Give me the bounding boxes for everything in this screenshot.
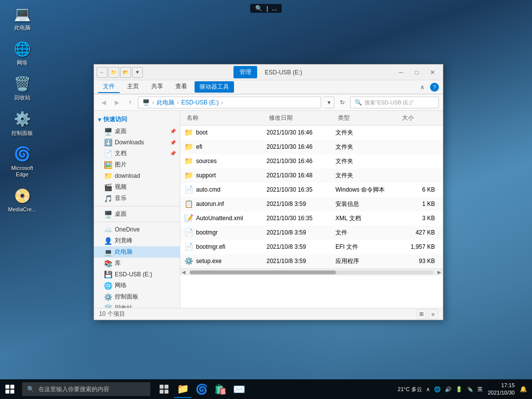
taskbar-task-view[interactable] (155, 380, 173, 398)
path-esd-usb[interactable]: ESD-USB (E:) (181, 99, 219, 106)
table-row[interactable]: 📄 auto.cmd 2021/10/30 16:35 Windows 命令脚本… (180, 183, 443, 197)
table-row[interactable]: 📁 sources 2021/10/30 16:46 文件夹 (180, 154, 443, 168)
minimize-button[interactable]: ─ (393, 65, 409, 80)
desktop-icon-network[interactable]: 🌐 网络 (7, 40, 37, 66)
table-row[interactable]: 📁 boot 2021/10/30 16:46 文件夹 (180, 126, 443, 140)
explorer-window: ← 📁 📂 ▼ 管理 ESD-USB (E:) ─ □ ✕ 文件 主页 共 (94, 64, 443, 320)
quick-access-chevron: ▾ (98, 116, 101, 123)
sidebar-item-this-pc[interactable]: 💻 此电脑 (94, 246, 180, 258)
address-dropdown-button[interactable]: ▾ (324, 97, 334, 108)
nav-forward-button[interactable]: ▶ (111, 97, 122, 108)
tab-view[interactable]: 查看 (170, 81, 192, 93)
scrollbar-track[interactable] (190, 270, 433, 274)
start-button[interactable] (0, 379, 20, 399)
sidebar-item-ctrl-panel[interactable]: ⚙️ 控制面板 (94, 291, 180, 302)
svg-rect-0 (160, 385, 164, 389)
ribbon-help-button[interactable]: ? (430, 83, 439, 92)
sound-tray-icon[interactable]: 🔊 (445, 386, 452, 393)
tab-share[interactable]: 共享 (146, 81, 168, 93)
scroll-right-arrow[interactable]: ▶ (436, 269, 443, 275)
maximize-button[interactable]: □ (409, 65, 425, 80)
network-tray-icon[interactable]: 🌐 (434, 386, 441, 393)
taskbar-edge[interactable]: 🌀 (193, 380, 210, 398)
file-type: Windows 命令脚本 (335, 186, 399, 194)
sidebar-item-desktop[interactable]: 🖥️ 桌面 📌 (94, 126, 180, 137)
desktop-icon-recycle[interactable]: 🗑️ 回收站 (7, 75, 37, 101)
sidebar-item-onedrive[interactable]: ☁️ OneDrive (94, 224, 180, 235)
sidebar-item-network[interactable]: 🌐 网络 (94, 280, 180, 291)
file-name-label: auto.cmd (196, 186, 220, 193)
table-row[interactable]: ⚙️ setup.exe 2021/10/8 3:59 应用程序 93 KB (180, 254, 443, 268)
table-row[interactable]: 📄 bootmgr.efi 2021/10/8 3:59 EFI 文件 1,95… (180, 240, 443, 254)
large-icon-view-button[interactable]: ⊞ (416, 309, 426, 319)
clock-time: 17:15 (488, 382, 515, 389)
desktop-icon-control-panel[interactable]: ⚙️ 控制面板 (7, 110, 37, 136)
file-icon: 📄 (184, 242, 193, 251)
sidebar-item-music[interactable]: 🎵 音乐 (94, 193, 180, 204)
nav-up-button[interactable]: ↑ (125, 97, 135, 108)
address-path[interactable]: 🖥️ › 此电脑 › ESD-USB (E:) › (138, 97, 321, 108)
sidebar-item-esd-usb[interactable]: 💾 ESD-USB (E:) (94, 269, 180, 280)
search-box[interactable]: 🔍 搜索"ESD-USB (E:)" (350, 97, 439, 108)
close-button[interactable]: ✕ (425, 65, 440, 80)
sidebar-item-desktop2[interactable]: 🖥️ 桌面 (94, 208, 180, 220)
tab-file[interactable]: 文件 (98, 81, 120, 93)
search-placeholder-text: 搜索"ESD-USB (E:)" (365, 99, 413, 106)
file-type: 文件 (335, 229, 399, 237)
sidebar-item-videos[interactable]: 🎬 视频 (94, 181, 180, 193)
scrollbar-thumb[interactable] (190, 270, 336, 274)
tab-driver-tools[interactable]: 驱动器工具 (195, 81, 234, 93)
search-icon: 🔍 (355, 99, 362, 106)
taskbar-mail[interactable]: ✉️ (230, 380, 248, 398)
notification-icon[interactable]: 🔔 (520, 386, 527, 393)
horizontal-scrollbar[interactable]: ◀ ▶ (180, 268, 443, 275)
table-row[interactable]: 📝 AutoUnattend.xml 2021/10/30 16:35 XML … (180, 211, 443, 226)
col-header-size[interactable]: 大小 (399, 113, 439, 123)
show-hidden-icon[interactable]: ∧ (426, 386, 430, 393)
address-refresh-button[interactable]: ↻ (337, 97, 348, 108)
taskbar-clock[interactable]: 17:15 2021/10/30 (488, 382, 515, 397)
table-row[interactable]: 📁 efi 2021/10/30 16:46 文件夹 (180, 140, 443, 154)
sidebar-item-download2[interactable]: 📁 download (94, 170, 180, 181)
desktop: 🔍 | ... 💻 此电脑 🌐 网络 🗑️ 回收站 ⚙️ 控制面板 🌀 Micr… (0, 0, 532, 399)
taskbar-explorer[interactable]: 📁 (174, 380, 192, 398)
path-computer-icon: 🖥️ (142, 99, 150, 106)
back-tb-button[interactable]: ← (97, 67, 107, 78)
sidebar-item-documents[interactable]: 📄 文档 📌 (94, 148, 180, 159)
path-this-pc[interactable]: 此电脑 (157, 99, 174, 107)
lang-tray-label[interactable]: 英 (477, 386, 483, 393)
col-header-name[interactable]: 名称 (184, 113, 266, 123)
nav-back-button[interactable]: ◀ (98, 97, 109, 108)
table-row[interactable]: 📄 bootmgr 2021/10/8 3:59 文件 427 KB (180, 226, 443, 240)
battery-tray-icon[interactable]: 🔋 (456, 386, 463, 393)
detail-view-button[interactable]: ≡ (428, 309, 438, 319)
folder-tb-icon: 📁 (108, 67, 119, 78)
new-folder-tb[interactable]: 📂 (120, 67, 131, 78)
tab-home[interactable]: 主页 (122, 81, 144, 93)
col-header-type[interactable]: 类型 (335, 113, 399, 123)
file-icon: 📄 (184, 185, 193, 194)
sidebar-onedrive-label: OneDrive (115, 226, 140, 233)
ribbon-collapse-button[interactable]: ∧ (417, 82, 428, 93)
store-taskbar-icon: 🛍️ (214, 383, 227, 395)
table-row[interactable]: 📋 autorun.inf 2021/10/8 3:59 安装信息 1 KB (180, 197, 443, 211)
table-row[interactable]: 📁 support 2021/10/30 16:48 文件夹 (180, 168, 443, 183)
desktop-icon-this-pc[interactable]: 💻 此电脑 (7, 5, 37, 31)
manage-tab[interactable]: 管理 (233, 66, 257, 78)
desktop-icon-edge[interactable]: 🌀 Microsoft Edge (7, 145, 37, 178)
pen-tray-icon[interactable]: ✒️ (466, 386, 473, 393)
sidebar-item-library[interactable]: 📚 库 (94, 258, 180, 269)
col-header-date[interactable]: 修改日期 (266, 113, 335, 123)
more-options-icon[interactable]: ... (272, 5, 277, 12)
props-tb[interactable]: ▼ (132, 67, 143, 78)
desktop-icon-mediacre[interactable]: 📀 MediaCre... (7, 187, 37, 213)
taskbar-store[interactable]: 🛍️ (211, 380, 229, 398)
sidebar-item-user[interactable]: 👤 刘竟峰 (94, 235, 180, 246)
scroll-left-arrow[interactable]: ◀ (180, 269, 187, 275)
sidebar-item-pictures[interactable]: 🖼️ 图片 (94, 159, 180, 170)
file-name-cell: 📄 bootmgr (184, 227, 266, 238)
taskbar-search-box[interactable]: 🔍 在这里输入你要搜索的内容 (22, 382, 150, 396)
sidebar-item-recycle[interactable]: 🗑️ 回收站 (94, 302, 180, 308)
sidebar-item-downloads[interactable]: ⬇️ Downloads 📌 (94, 137, 180, 148)
quick-access-header[interactable]: ▾ 快速访问 (94, 113, 180, 126)
